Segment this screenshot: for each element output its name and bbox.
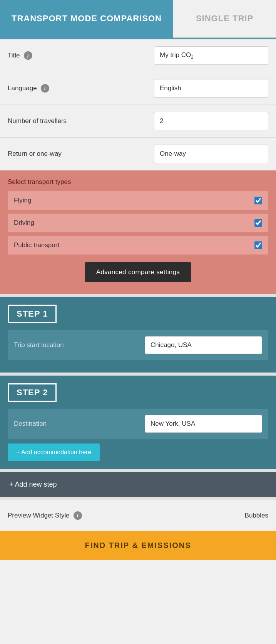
header-tabs: TRANSPORT MODE COMPARISON SINGLE TRIP (0, 0, 276, 39)
title-value[interactable]: My trip CO2 (154, 46, 268, 65)
title-label: Title i (8, 51, 154, 60)
preview-label: Preview Widget Style i (8, 511, 173, 520)
trip-start-input[interactable] (145, 336, 262, 354)
flying-checkbox[interactable] (254, 197, 262, 204)
language-value[interactable]: English (154, 79, 268, 98)
step2-destination-row: Destination (8, 409, 268, 439)
divider-2 (0, 373, 276, 376)
divider-1 (0, 294, 276, 297)
advanced-compare-button[interactable]: Advanced compare settings (85, 262, 191, 282)
divider-4 (0, 497, 276, 500)
trip-start-label: Trip start location (14, 341, 145, 349)
divider-3 (0, 469, 276, 472)
destination-input[interactable] (145, 415, 262, 433)
step2-badge: STEP 2 (8, 383, 57, 402)
public-transport-checkbox[interactable] (254, 241, 262, 249)
transport-option-public: Public transport (8, 236, 268, 255)
preview-value[interactable]: Bubbles (173, 512, 268, 519)
language-row: Language i English (0, 72, 276, 105)
language-info-icon[interactable]: i (41, 84, 49, 93)
transport-option-flying: Flying (8, 191, 268, 210)
public-transport-label: Public transport (14, 241, 59, 249)
transport-section: Select transport types Flying Driving Pu… (0, 170, 276, 294)
transport-option-driving: Driving (8, 214, 268, 232)
tab-transport[interactable]: TRANSPORT MODE COMPARISON (0, 0, 173, 38)
tab-single-trip[interactable]: SINGLE TRIP (173, 0, 276, 38)
transport-section-title: Select transport types (8, 178, 268, 186)
travellers-value[interactable]: 2 (154, 112, 268, 130)
step1-trip-start-row: Trip start location (8, 330, 268, 360)
title-row: Title i My trip CO2 (0, 39, 276, 72)
add-accommodation-button[interactable]: + Add accommodation here (8, 443, 100, 461)
driving-checkbox[interactable] (254, 219, 262, 227)
destination-label: Destination (14, 420, 145, 428)
travellers-label: Number of travellers (8, 117, 154, 125)
step2-section: STEP 2 Destination + Add accommodation h… (0, 376, 276, 469)
preview-info-icon[interactable]: i (74, 511, 82, 520)
find-emissions-button[interactable]: FIND TRIP & EMISSIONS (0, 531, 276, 560)
step1-badge: STEP 1 (8, 305, 57, 323)
preview-row: Preview Widget Style i Bubbles (0, 500, 276, 531)
add-new-step-row[interactable]: + Add new step (0, 472, 276, 497)
return-label: Return or one-way (8, 150, 154, 158)
travellers-row: Number of travellers 2 (0, 105, 276, 138)
return-value[interactable]: One-way (154, 145, 268, 163)
language-label: Language i (8, 84, 154, 93)
add-step-label: + Add new step (9, 480, 57, 489)
step1-section: STEP 1 Trip start location (0, 297, 276, 373)
return-row: Return or one-way One-way (0, 138, 276, 170)
driving-label: Driving (14, 219, 34, 227)
title-info-icon[interactable]: i (24, 51, 32, 60)
flying-label: Flying (14, 197, 31, 204)
